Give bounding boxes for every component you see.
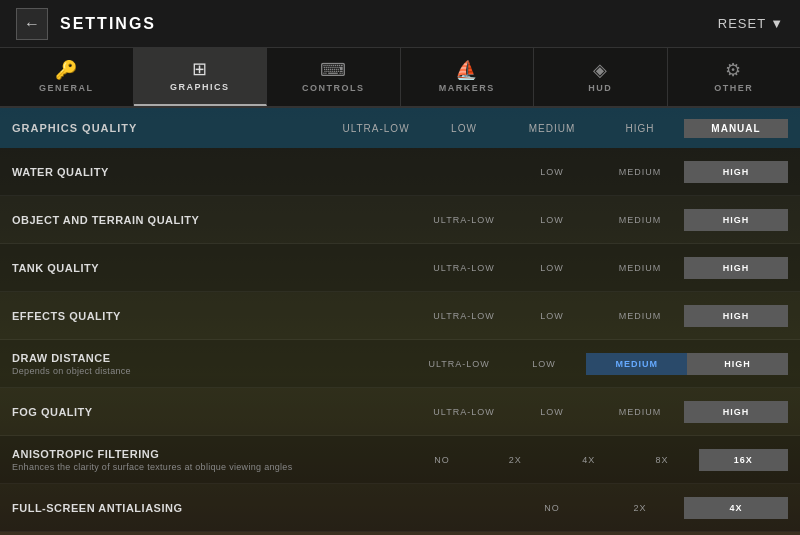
tank-quality-controls: ULTRA-LOW LOW MEDIUM HIGH (332, 257, 788, 279)
tank-quality-info: TANK QUALITY (12, 262, 332, 274)
draw-distance-info: DRAW DISTANCE Depends on object distance (12, 352, 332, 376)
effects-high-btn[interactable]: HIGH (684, 305, 788, 327)
quality-opt-high[interactable]: HIGH (596, 123, 684, 134)
tank-ultralow-btn[interactable]: ULTRA-LOW (420, 259, 508, 277)
antialiasing-info: FULL-SCREEN ANTIALIASING (12, 502, 332, 514)
antialiasing-name: FULL-SCREEN ANTIALIASING (12, 502, 332, 514)
tank-quality-name: TANK QUALITY (12, 262, 332, 274)
effects-quality-controls: ULTRA-LOW LOW MEDIUM HIGH (332, 305, 788, 327)
tank-low-btn[interactable]: LOW (508, 259, 596, 277)
reset-label: RESET (718, 16, 766, 31)
water-quality-name: WATER QUALITY (12, 166, 332, 178)
terrain-ultralow-btn[interactable]: ULTRA-LOW (420, 211, 508, 229)
tab-controls[interactable]: ⌨ CONTROLS (267, 48, 401, 106)
fog-ultralow-btn[interactable]: ULTRA-LOW (420, 403, 508, 421)
quality-header-row: GRAPHICS QUALITY ULTRA-LOW LOW MEDIUM HI… (0, 108, 800, 148)
aniso-2x-btn[interactable]: 2X (479, 451, 552, 469)
page-title: SETTINGS (60, 15, 156, 33)
anisotropic-info: ANISOTROPIC FILTERING Enhances the clari… (12, 448, 332, 472)
water-medium-btn[interactable]: MEDIUM (596, 163, 684, 181)
terrain-medium-btn[interactable]: MEDIUM (596, 211, 684, 229)
antialiasing-controls: NO 2X 4X (332, 497, 788, 519)
anisotropic-desc: Enhances the clarity of surface textures… (12, 462, 332, 472)
hud-icon: ◈ (593, 61, 608, 79)
effects-ultralow-btn[interactable]: ULTRA-LOW (420, 307, 508, 325)
water-high-btn[interactable]: HIGH (684, 161, 788, 183)
draw-distance-row: DRAW DISTANCE Depends on object distance… (0, 340, 800, 388)
water-low-btn[interactable]: LOW (508, 163, 596, 181)
aniso-16x-btn[interactable]: 16X (699, 449, 788, 471)
other-icon: ⚙ (725, 61, 742, 79)
fog-quality-name: FOG QUALITY (12, 406, 332, 418)
tab-graphics-label: GRAPHICS (170, 82, 230, 92)
tab-other[interactable]: ⚙ OTHER (668, 48, 801, 106)
tab-hud[interactable]: ◈ HUD (534, 48, 668, 106)
aa-2x-btn[interactable]: 2X (596, 499, 684, 517)
tab-markers[interactable]: ⛵ MARKERS (401, 48, 535, 106)
draw-medium-btn[interactable]: MEDIUM (586, 353, 687, 375)
graphics-icon: ⊞ (192, 60, 208, 78)
effects-quality-name: EFFECTS QUALITY (12, 310, 332, 322)
tab-other-label: OTHER (714, 83, 753, 93)
water-quality-controls: LOW MEDIUM HIGH (332, 161, 788, 183)
back-button[interactable]: ← (16, 8, 48, 40)
tab-markers-label: MARKERS (439, 83, 495, 93)
fog-low-btn[interactable]: LOW (508, 403, 596, 421)
draw-distance-name: DRAW DISTANCE (12, 352, 332, 364)
terrain-high-btn[interactable]: HIGH (684, 209, 788, 231)
aniso-4x-btn[interactable]: 4X (552, 451, 625, 469)
reset-button[interactable]: RESET ▼ (718, 16, 784, 31)
tank-high-btn[interactable]: HIGH (684, 257, 788, 279)
effects-medium-btn[interactable]: MEDIUM (596, 307, 684, 325)
header: ← SETTINGS RESET ▼ (0, 0, 800, 48)
water-quality-info: WATER QUALITY (12, 166, 332, 178)
draw-distance-controls: ULTRA-LOW LOW MEDIUM HIGH (332, 353, 788, 375)
water-quality-row: WATER QUALITY LOW MEDIUM HIGH (0, 148, 800, 196)
terrain-quality-name: OBJECT AND TERRAIN QUALITY (12, 214, 332, 226)
quality-opt-low[interactable]: LOW (420, 123, 508, 134)
markers-icon: ⛵ (455, 61, 478, 79)
header-left: ← SETTINGS (16, 8, 156, 40)
anisotropic-name: ANISOTROPIC FILTERING (12, 448, 332, 460)
quality-opt-ultralow[interactable]: ULTRA-LOW (332, 123, 420, 134)
tank-medium-btn[interactable]: MEDIUM (596, 259, 684, 277)
draw-ultralow-btn[interactable]: ULTRA-LOW (417, 355, 502, 373)
effects-quality-row: EFFECTS QUALITY ULTRA-LOW LOW MEDIUM HIG… (0, 292, 800, 340)
tab-general-label: GENERAL (39, 83, 94, 93)
tab-controls-label: CONTROLS (302, 83, 365, 93)
general-icon: 🔑 (55, 61, 78, 79)
quality-opt-medium[interactable]: MEDIUM (508, 123, 596, 134)
tab-graphics[interactable]: ⊞ GRAPHICS (134, 48, 268, 106)
controls-icon: ⌨ (320, 61, 347, 79)
reset-chevron-icon: ▼ (770, 16, 784, 31)
quality-options: ULTRA-LOW LOW MEDIUM HIGH MANUAL (332, 119, 788, 138)
fog-high-btn[interactable]: HIGH (684, 401, 788, 423)
draw-low-btn[interactable]: LOW (502, 355, 587, 373)
quality-opt-manual[interactable]: MANUAL (684, 119, 788, 138)
aniso-8x-btn[interactable]: 8X (625, 451, 698, 469)
tab-general[interactable]: 🔑 GENERAL (0, 48, 134, 106)
effects-low-btn[interactable]: LOW (508, 307, 596, 325)
tab-hud-label: HUD (588, 83, 612, 93)
fog-quality-row: FOG QUALITY ULTRA-LOW LOW MEDIUM HIGH (0, 388, 800, 436)
draw-high-btn[interactable]: HIGH (687, 353, 788, 375)
aa-4x-btn[interactable]: 4X (684, 497, 788, 519)
terrain-low-btn[interactable]: LOW (508, 211, 596, 229)
tab-bar: 🔑 GENERAL ⊞ GRAPHICS ⌨ CONTROLS ⛵ MARKER… (0, 48, 800, 108)
tank-quality-row: TANK QUALITY ULTRA-LOW LOW MEDIUM HIGH (0, 244, 800, 292)
anisotropic-row: ANISOTROPIC FILTERING Enhances the clari… (0, 436, 800, 484)
settings-container: ← SETTINGS RESET ▼ 🔑 GENERAL ⊞ GRAPHICS … (0, 0, 800, 535)
antialiasing-row: FULL-SCREEN ANTIALIASING NO 2X 4X (0, 484, 800, 532)
aa-no-btn[interactable]: NO (508, 499, 596, 517)
content-area: GRAPHICS QUALITY ULTRA-LOW LOW MEDIUM HI… (0, 108, 800, 535)
fog-medium-btn[interactable]: MEDIUM (596, 403, 684, 421)
terrain-quality-controls: ULTRA-LOW LOW MEDIUM HIGH (332, 209, 788, 231)
draw-distance-desc: Depends on object distance (12, 366, 332, 376)
graphics-quality-label: GRAPHICS QUALITY (12, 122, 332, 134)
anisotropic-controls: NO 2X 4X 8X 16X (332, 449, 788, 471)
effects-quality-info: EFFECTS QUALITY (12, 310, 332, 322)
terrain-quality-row: OBJECT AND TERRAIN QUALITY ULTRA-LOW LOW… (0, 196, 800, 244)
fog-quality-controls: ULTRA-LOW LOW MEDIUM HIGH (332, 401, 788, 423)
fog-quality-info: FOG QUALITY (12, 406, 332, 418)
aniso-no-btn[interactable]: NO (405, 451, 478, 469)
